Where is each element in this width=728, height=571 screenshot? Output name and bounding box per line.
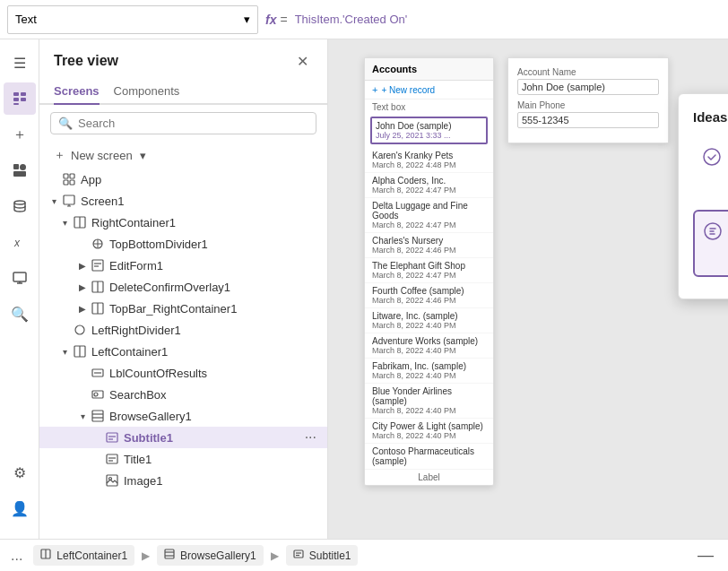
property-select-value: Text xyxy=(15,13,37,26)
tab-components[interactable]: Components xyxy=(114,79,180,105)
tree-item-browsegallery1[interactable]: ▾ BrowseGallery1 xyxy=(39,405,327,427)
tree-item-subtitle1[interactable]: Subtitle1 ··· xyxy=(39,427,327,448)
status-dots[interactable]: ... xyxy=(7,548,26,564)
new-screen-button[interactable]: ＋ New screen ▾ xyxy=(39,142,327,169)
tree-item-app[interactable]: App xyxy=(39,169,327,190)
main-layout: ☰ ＋ x xyxy=(0,39,728,539)
topbottom-label: TopBottomDivider1 xyxy=(109,238,320,251)
app-icon xyxy=(61,171,77,187)
textbox-icon xyxy=(104,451,120,467)
selected-date: July 25, 2021 3:33 ... xyxy=(376,131,482,140)
app-list-preview: Accounts + + New record Text box John Do… xyxy=(364,57,494,486)
list-item[interactable]: Fabrikam, Inc. (sample) March 8, 2022 4:… xyxy=(365,359,493,384)
settings-icon[interactable]: ⚙ xyxy=(4,456,36,489)
tree-item-screen1[interactable]: ▾ Screen1 xyxy=(39,190,327,212)
lblcount-label: LblCountOfResults xyxy=(109,367,320,380)
tree-panel-title: Tree view xyxy=(54,53,118,69)
chevron-down-icon: ▾ xyxy=(140,149,146,162)
list-item[interactable]: Delta Luggage and Fine Goods March 8, 20… xyxy=(365,198,493,233)
svg-rect-19 xyxy=(92,260,103,271)
gallery-icon xyxy=(90,408,106,424)
data-icon[interactable] xyxy=(4,190,36,222)
tree-item-title1[interactable]: Title1 xyxy=(39,448,327,470)
chevron-closed: ▶ xyxy=(75,280,90,294)
breadcrumb-subtitle1[interactable]: Subtitle1 xyxy=(286,545,359,566)
breadcrumb-browsegallery[interactable]: BrowseGallery1 xyxy=(157,545,264,566)
more-options-icon[interactable]: ··· xyxy=(301,429,320,446)
list-item-name: Contoso Pharmaceuticals (sample) xyxy=(372,446,486,466)
format-data-card[interactable]: Format data Change the format of dates, … xyxy=(693,210,728,278)
shapes-icon[interactable] xyxy=(4,154,36,186)
svg-rect-12 xyxy=(70,174,74,178)
svg-rect-0 xyxy=(13,92,19,96)
list-item[interactable]: Fourth Coffee (sample) March 8, 2022 4:4… xyxy=(365,283,493,308)
media-icon[interactable] xyxy=(4,262,36,294)
tree-item-editform1[interactable]: ▶ EditForm1 xyxy=(39,255,327,276)
tree-search-container: 🔍 xyxy=(39,105,327,142)
search-input[interactable] xyxy=(78,117,308,130)
tree-item-rightcontainer1[interactable]: ▾ RightContainer1 xyxy=(39,212,327,233)
tree-item-lblcount[interactable]: LblCountOfResults xyxy=(39,362,327,384)
list-item[interactable]: Contoso Pharmaceuticals (sample) xyxy=(365,444,493,470)
equals-icon: = xyxy=(280,13,287,27)
accounts-header: Accounts xyxy=(365,58,493,81)
list-item[interactable]: The Elephant Gift Shop March 8, 2022 4:4… xyxy=(365,258,493,283)
list-item-name: City Power & Light (sample) xyxy=(372,421,486,431)
svg-rect-3 xyxy=(21,98,26,101)
list-item[interactable]: Litware, Inc. (sample) March 8, 2022 4:4… xyxy=(365,308,493,333)
tree-item-searchbox[interactable]: SearchBox xyxy=(39,384,327,405)
selected-name: John Doe (sample) xyxy=(376,121,482,131)
tree-item-leftcontainer1[interactable]: ▾ LeftContainer1 xyxy=(39,341,327,362)
search-box[interactable]: 🔍 xyxy=(50,112,316,134)
search-icon[interactable]: 🔍 xyxy=(4,298,36,330)
tree-content: App ▾ Screen1 ▾ xyxy=(39,169,327,539)
list-item[interactable]: Alpha Coders, Inc. March 8, 2022 4:47 PM xyxy=(365,173,493,198)
variables-icon[interactable]: x xyxy=(4,226,36,258)
svg-rect-42 xyxy=(107,475,117,486)
tree-item-topbottom[interactable]: TopBottomDivider1 xyxy=(39,233,327,255)
list-item-date: March 8, 2022 4:47 PM xyxy=(372,221,486,229)
plus-icon: + xyxy=(372,84,377,95)
add-icon[interactable]: ＋ xyxy=(4,118,36,151)
container-icon xyxy=(40,549,51,562)
tree-item-leftrightdivider[interactable]: LeftRightDivider1 xyxy=(39,319,327,341)
svg-rect-36 xyxy=(107,433,117,442)
main-phone-input[interactable]: 555-12345 xyxy=(517,112,659,128)
hamburger-icon[interactable]: ☰ xyxy=(4,47,36,79)
list-item[interactable]: Adventure Works (sample) March 8, 2022 4… xyxy=(365,333,493,359)
list-item-name: Alpha Coders, Inc. xyxy=(372,176,486,186)
property-select[interactable]: Text ▾ xyxy=(7,5,258,34)
tree-close-button[interactable]: ✕ xyxy=(291,50,313,72)
new-record-button[interactable]: + + New record xyxy=(365,81,493,99)
chevron-open: ▾ xyxy=(57,215,72,229)
breadcrumb-leftcontainer-label: LeftContainer1 xyxy=(56,549,127,562)
list-item[interactable]: Blue Yonder Airlines (sample) March 8, 2… xyxy=(365,384,493,419)
account-name-input[interactable]: John Doe (sample) xyxy=(517,79,659,95)
collapse-button[interactable]: — xyxy=(690,546,721,565)
list-item-name: Adventure Works (sample) xyxy=(372,336,486,346)
list-item-name: Litware, Inc. (sample) xyxy=(372,311,486,321)
svg-point-44 xyxy=(704,149,720,165)
user-icon[interactable]: 👤 xyxy=(4,492,36,524)
tree-view-icon[interactable] xyxy=(4,82,36,115)
tree-item-image1[interactable]: Image1 xyxy=(39,470,327,491)
list-item[interactable]: Charles's Nursery March 8, 2022 4:46 PM xyxy=(365,233,493,258)
overlay-icon xyxy=(90,279,106,295)
deleteconfirm-label: DeleteConfirmOverlay1 xyxy=(109,281,320,294)
list-item-date: March 8, 2022 4:46 PM xyxy=(372,246,486,255)
tree-item-topbar[interactable]: ▶ TopBar_RightContainer1 xyxy=(39,298,327,319)
formula-bar[interactable]: ThisItem.'Created On' xyxy=(295,13,721,26)
conditional-formatting-card[interactable]: Conditional formatting Change text color… xyxy=(693,136,728,203)
no-chevron xyxy=(90,452,104,466)
label-icon xyxy=(90,365,106,381)
tree-item-deleteconfirm[interactable]: ▶ DeleteConfirmOverlay1 xyxy=(39,276,327,298)
breadcrumb-leftcontainer[interactable]: LeftContainer1 xyxy=(33,545,134,566)
no-chevron xyxy=(57,323,72,337)
list-item[interactable]: City Power & Light (sample) March 8, 202… xyxy=(365,419,493,444)
no-chevron xyxy=(47,172,61,186)
list-item[interactable]: Karen's Kranky Pets March 8, 2022 4:48 P… xyxy=(365,148,493,173)
tab-screens[interactable]: Screens xyxy=(54,79,100,105)
component-icon xyxy=(90,236,106,252)
svg-text:x: x xyxy=(13,237,21,249)
selected-item[interactable]: John Doe (sample) July 25, 2021 3:33 ... xyxy=(370,117,488,144)
